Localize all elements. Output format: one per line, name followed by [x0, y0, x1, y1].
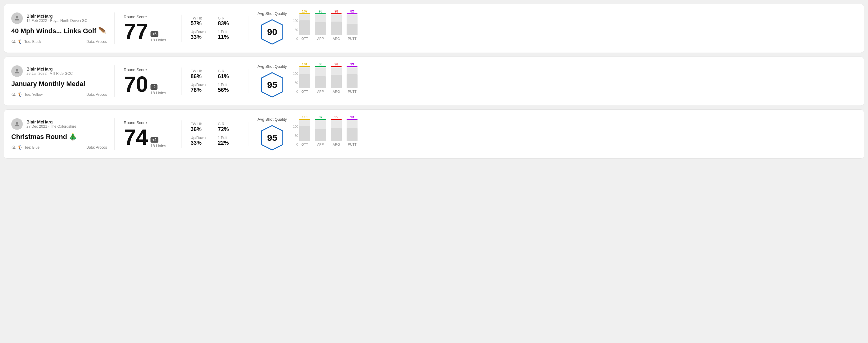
bar-track-putt — [347, 14, 358, 35]
bar-track-putt — [347, 67, 358, 88]
bar-chart-wrapper-2: 100 50 0 101 OTT 86 APP — [293, 63, 851, 99]
bar-value-app: 95 — [319, 9, 322, 13]
updown-value-1: 33% — [191, 34, 212, 40]
bar-accent-app — [315, 66, 326, 67]
user-row-2: Blair McHarg 29 Jan 2022 · Mill Ride GCC — [11, 65, 107, 77]
oneputt-value-3: 22% — [218, 140, 239, 146]
updown-item-3: Up/Down 33% — [191, 136, 212, 146]
hexagon-3: 95 — [258, 124, 286, 151]
hexagon-score-2: 95 — [267, 80, 277, 90]
user-name-3: Blair McHarg — [26, 120, 76, 124]
data-source-3: Data: Arccos — [86, 145, 107, 150]
bar-col-putt: 99 PUTT — [347, 62, 358, 93]
round-title-3: Christmas Round 🎄 — [11, 133, 107, 141]
bar-accent-ott — [299, 66, 310, 67]
y-label-100: 100 — [293, 19, 298, 23]
score-row-3: 74 +2 18 Holes — [124, 126, 172, 148]
weather-icon-2: 🌤 — [11, 92, 16, 97]
weather-icon-3: 🌤 — [11, 145, 16, 150]
tee-info-2: 🌤 🏌 Tee: Yellow — [11, 92, 42, 97]
bar-accent-arg — [331, 13, 342, 14]
bar-x-label-arg: ARG — [333, 90, 340, 93]
svg-point-0 — [16, 16, 18, 18]
oneputt-value-1: 11% — [218, 34, 239, 40]
updown-item-1: Up/Down 33% — [191, 30, 212, 40]
card-quality-2: Avg Shot Quality 95 100 50 0 101 O — [248, 63, 857, 99]
card-quality-1: Avg Shot Quality 90 100 50 0 107 O — [248, 10, 857, 46]
bar-track-arg — [331, 120, 342, 141]
bar-col-arg: 95 ARG — [331, 115, 342, 146]
user-name-1: Blair McHarg — [26, 14, 87, 19]
user-meta-2: 29 Jan 2022 · Mill Ride GCC — [26, 71, 73, 76]
bar-x-label-putt: PUTT — [348, 37, 356, 40]
oneputt-label-2: 1 Putt — [218, 83, 239, 87]
score-label-1: Round Score — [124, 14, 172, 19]
gir-label-2: GIR — [218, 69, 239, 73]
bar-col-app: 95 APP — [315, 9, 326, 40]
avatar-2 — [11, 65, 23, 77]
bar-col-app: 87 APP — [315, 115, 326, 146]
bar-accent-app — [315, 119, 326, 120]
oneputt-item-3: 1 Putt 22% — [218, 136, 239, 146]
score-row-2: 70 -2 18 Holes — [124, 73, 172, 95]
avatar-1 — [11, 12, 23, 24]
card-score-3: Round Score 74 +2 18 Holes — [115, 120, 182, 148]
fw-hit-label-2: FW Hit — [191, 69, 212, 73]
gir-item-3: GIR 72% — [218, 122, 239, 132]
user-meta-1: 12 Feb 2022 · Royal North Devon GC — [26, 19, 87, 23]
bar-value-app: 87 — [319, 115, 322, 119]
score-badge-1: +5 — [151, 31, 158, 37]
fw-hit-value-1: 57% — [191, 20, 212, 27]
tee-label-1: Tee: Black — [24, 39, 41, 44]
bar-col-ott: 107 OTT — [299, 9, 310, 40]
bar-fill-app — [315, 22, 326, 35]
user-meta-3: 27 Dec 2021 · The Oxfordshire — [26, 124, 76, 129]
score-number-1: 77 — [124, 20, 148, 42]
bar-track-arg — [331, 67, 342, 88]
bar-track-app — [315, 14, 326, 35]
bar-value-putt: 82 — [350, 9, 354, 13]
bar-accent-putt — [347, 66, 358, 67]
bag-icon-1: 🏌 — [17, 39, 23, 44]
score-holes-3: 18 Holes — [151, 144, 166, 148]
card-stats-3: FW Hit 36% GIR 72% Up/Down 33% 1 Putt 22… — [182, 122, 248, 146]
bar-x-label-ott: OTT — [301, 143, 308, 146]
bar-value-ott: 110 — [302, 115, 307, 119]
card-stats-1: FW Hit 57% GIR 83% Up/Down 33% 1 Putt 11… — [182, 16, 248, 40]
updown-item-2: Up/Down 78% — [191, 83, 212, 93]
fw-hit-value-3: 36% — [191, 126, 212, 132]
y-label-50: 50 — [293, 28, 298, 32]
hexagon-score-1: 90 — [267, 27, 277, 37]
avatar-3 — [11, 118, 23, 130]
bar-value-ott: 101 — [302, 62, 307, 66]
score-number-2: 70 — [124, 73, 148, 95]
y-label-0: 0 — [293, 143, 298, 146]
bar-col-arg: 98 ARG — [331, 9, 342, 40]
bar-track-ott — [299, 14, 310, 35]
oneputt-label-1: 1 Putt — [218, 30, 239, 34]
hexagon-wrapper-3: Avg Shot Quality 95 — [257, 117, 287, 151]
user-row-3: Blair McHarg 27 Dec 2021 · The Oxfordshi… — [11, 118, 107, 130]
bag-icon-2: 🏌 — [17, 92, 23, 97]
y-label-0: 0 — [293, 37, 298, 40]
bar-chart-wrapper-1: 100 50 0 107 OTT 95 APP — [293, 10, 851, 46]
gir-label-1: GIR — [218, 16, 239, 20]
gir-value-2: 61% — [218, 73, 239, 80]
bar-col-putt: 82 PUTT — [347, 9, 358, 40]
bar-accent-arg — [331, 66, 342, 67]
bar-accent-putt — [347, 119, 358, 120]
card-left-1: Blair McHarg 12 Feb 2022 · Royal North D… — [11, 12, 115, 44]
card-score-2: Round Score 70 -2 18 Holes — [115, 67, 182, 95]
bar-col-ott: 101 OTT — [299, 62, 310, 93]
bar-track-app — [315, 120, 326, 141]
fw-hit-item-3: FW Hit 36% — [191, 122, 212, 132]
gir-item-2: GIR 61% — [218, 69, 239, 80]
y-label-0: 0 — [293, 90, 298, 93]
stats-grid-2: FW Hit 86% GIR 61% Up/Down 78% 1 Putt 56… — [191, 69, 239, 93]
bar-x-label-app: APP — [317, 37, 324, 40]
score-badge-3: +2 — [151, 137, 158, 143]
bar-value-putt: 93 — [350, 115, 354, 119]
bar-track-putt — [347, 120, 358, 141]
score-badge-2: -2 — [151, 84, 157, 90]
bar-accent-putt — [347, 13, 358, 14]
